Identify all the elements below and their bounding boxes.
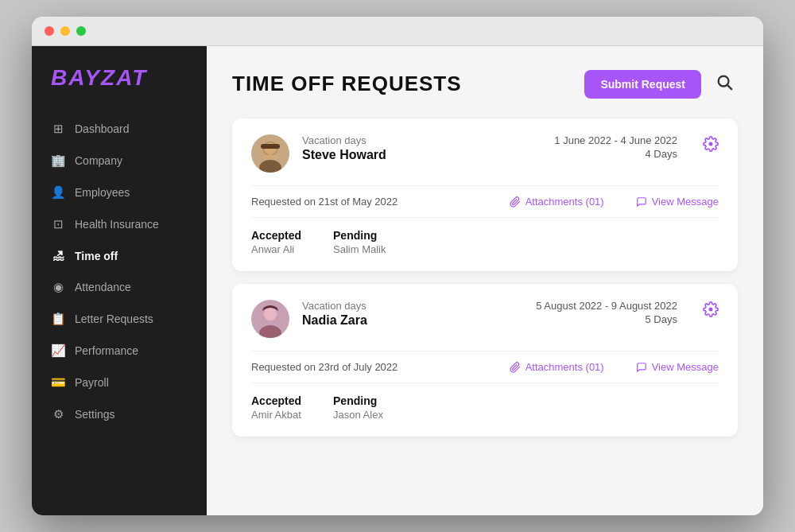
sidebar-label-payroll: Payroll — [75, 376, 109, 389]
main-nav: ⊞Dashboard🏢Company👤Employees⊡Health Insu… — [32, 113, 207, 430]
svg-point-11 — [264, 308, 277, 320]
view-message-link-2[interactable]: View Message — [636, 361, 719, 373]
request-cards: Vacation days Steve Howard 1 June 2022 -… — [232, 118, 738, 437]
sidebar-item-letter-requests[interactable]: 📋Letter Requests — [32, 303, 207, 335]
sidebar-label-letter-requests: Letter Requests — [75, 313, 153, 325]
approval-item-2-2: Pending Jason Alex — [333, 394, 383, 421]
approval-item-1-1: Accepted Anwar Ali — [251, 229, 301, 255]
approval-status-1-2: Pending — [333, 229, 386, 242]
sidebar-item-attendance[interactable]: ◉Attendance — [32, 271, 207, 303]
sidebar-item-time-off[interactable]: 🏖Time off — [32, 240, 207, 271]
dashboard-icon: ⊞ — [51, 122, 65, 136]
maximize-button[interactable] — [76, 26, 86, 36]
employee-name-1: Steve Howard — [302, 148, 541, 162]
submit-request-button[interactable]: Submit Request — [584, 70, 701, 99]
settings-icon: ⚙ — [51, 407, 65, 421]
card-middle-2: Requested on 23rd of July 2022 Attachmen… — [251, 351, 719, 383]
svg-rect-6 — [263, 155, 277, 158]
main-header: TIME OFF REQUESTS Submit Request — [232, 68, 738, 99]
performance-icon: 📈 — [51, 344, 65, 358]
card-top-1: Vacation days Steve Howard 1 June 2022 -… — [251, 134, 719, 186]
svg-rect-7 — [261, 144, 280, 149]
date-range-1: 1 June 2022 - 4 June 2022 — [554, 134, 677, 146]
title-bar — [32, 17, 763, 46]
sidebar-label-employees: Employees — [75, 186, 130, 199]
days-count-2: 5 Days — [536, 313, 677, 325]
requested-on-2: Requested on 23rd of July 2022 — [251, 361, 478, 373]
view-message-link-1[interactable]: View Message — [636, 196, 719, 208]
app-window: BAYZAT ⊞Dashboard🏢Company👤Employees⊡Heal… — [32, 17, 763, 515]
approval-status-1-1: Accepted — [251, 229, 301, 242]
close-button[interactable] — [45, 26, 54, 36]
sidebar-label-company: Company — [75, 154, 122, 167]
app-body: BAYZAT ⊞Dashboard🏢Company👤Employees⊡Heal… — [32, 46, 763, 515]
card-info-1: Vacation days Steve Howard — [302, 134, 541, 162]
attendance-icon: ◉ — [51, 280, 65, 294]
avatar-2 — [251, 300, 289, 338]
card-info-2: Vacation days Nadia Zara — [302, 300, 523, 328]
settings-icon-2[interactable] — [703, 300, 719, 321]
minimize-button[interactable] — [60, 26, 70, 36]
request-card-2: Vacation days Nadia Zara 5 August 2022 -… — [232, 284, 738, 437]
search-button[interactable] — [711, 68, 738, 99]
card-bottom-1: Accepted Anwar Ali Pending Salim Malik — [251, 218, 719, 255]
approval-item-1-2: Pending Salim Malik — [333, 229, 386, 255]
header-actions: Submit Request — [584, 68, 738, 99]
approval-name-2-2: Jason Alex — [333, 409, 383, 421]
card-top-2: Vacation days Nadia Zara 5 August 2022 -… — [251, 300, 719, 351]
sidebar-item-health-insurance[interactable]: ⊡Health Insurance — [32, 208, 207, 240]
requested-on-1: Requested on 21st of May 2022 — [251, 196, 478, 208]
sidebar-item-employees[interactable]: 👤Employees — [32, 177, 207, 208]
sidebar-label-performance: Performance — [75, 344, 138, 357]
sidebar: BAYZAT ⊞Dashboard🏢Company👤Employees⊡Heal… — [32, 46, 207, 515]
sidebar-label-dashboard: Dashboard — [75, 122, 130, 135]
card-middle-1: Requested on 21st of May 2022 Attachment… — [251, 186, 719, 218]
employees-icon: 👤 — [51, 185, 65, 200]
svg-line-1 — [727, 85, 731, 89]
sidebar-label-health-insurance: Health Insurance — [75, 218, 159, 231]
approval-name-1-2: Salim Malik — [333, 243, 386, 255]
sidebar-item-dashboard[interactable]: ⊞Dashboard — [32, 113, 207, 145]
main-content: TIME OFF REQUESTS Submit Request — [207, 46, 763, 515]
approval-name-1-1: Anwar Ali — [251, 243, 301, 255]
request-card-1: Vacation days Steve Howard 1 June 2022 -… — [232, 118, 738, 271]
sidebar-item-company[interactable]: 🏢Company — [32, 145, 207, 177]
approval-status-2-1: Accepted — [251, 394, 301, 407]
sidebar-label-settings: Settings — [75, 408, 115, 421]
sidebar-item-performance[interactable]: 📈Performance — [32, 335, 207, 367]
approval-item-2-1: Accepted Amir Akbat — [251, 394, 301, 421]
avatar-1 — [251, 134, 289, 173]
payroll-icon: 💳 — [51, 375, 65, 390]
card-bottom-2: Accepted Amir Akbat Pending Jason Alex — [251, 383, 719, 421]
time-off-icon: 🏖 — [51, 249, 65, 262]
approval-name-2-1: Amir Akbat — [251, 409, 301, 421]
sidebar-item-payroll[interactable]: 💳Payroll — [32, 367, 207, 398]
date-range-2: 5 August 2022 - 9 August 2022 — [536, 300, 677, 312]
settings-icon-1[interactable] — [703, 134, 719, 156]
leave-type-1: Vacation days — [302, 134, 541, 146]
page-title: TIME OFF REQUESTS — [232, 72, 462, 96]
sidebar-item-settings[interactable]: ⚙Settings — [32, 398, 207, 430]
logo: BAYZAT — [32, 65, 207, 113]
letter-requests-icon: 📋 — [51, 312, 65, 326]
attachments-link-1[interactable]: Attachments (01) — [510, 196, 604, 208]
days-count-1: 4 Days — [554, 148, 677, 160]
health-insurance-icon: ⊡ — [51, 217, 65, 231]
approval-status-2-2: Pending — [333, 394, 383, 407]
sidebar-label-time-off: Time off — [75, 250, 118, 262]
employee-name-2: Nadia Zara — [302, 313, 523, 328]
card-dates-2: 5 August 2022 - 9 August 2022 5 Days — [536, 300, 677, 325]
company-icon: 🏢 — [51, 153, 65, 168]
leave-type-2: Vacation days — [302, 300, 523, 312]
attachments-link-2[interactable]: Attachments (01) — [510, 361, 604, 373]
sidebar-label-attendance: Attendance — [75, 281, 131, 293]
card-dates-1: 1 June 2022 - 4 June 2022 4 Days — [554, 134, 677, 160]
